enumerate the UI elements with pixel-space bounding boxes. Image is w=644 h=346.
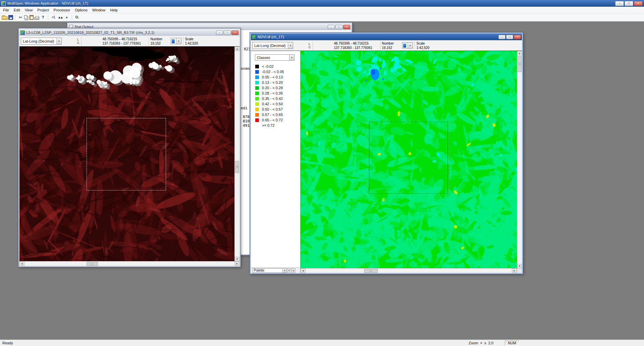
close-button[interactable]: ×	[514, 35, 521, 39]
app-titlebar[interactable]: MultiSpec Windows Application - NDVI.tif…	[0, 0, 644, 7]
horizontal-scrollbar[interactable]: ◄ ►	[301, 268, 517, 273]
vertical-scrollbar[interactable]: ▲ ▼	[234, 47, 239, 261]
zoom-out-icon[interactable]: ▲	[64, 14, 70, 20]
legend-class-row[interactable]: 0.50 - < 0.57	[255, 107, 300, 112]
legend-class-row[interactable]: 0.20 - < 0.28	[255, 85, 300, 91]
chevron-down-icon: ▼	[408, 43, 413, 48]
num-lock-indicator: NUM	[505, 341, 519, 346]
scroll-left-icon[interactable]: ◄	[301, 269, 306, 273]
menu-item-project[interactable]: Project	[35, 7, 51, 13]
legend-class-row[interactable]: 0.05 - < 0.13	[255, 74, 300, 80]
legend-class-row[interactable]: 0.35 - < 0.42	[255, 96, 300, 101]
class-range-label: -0.02 - < 0.05	[262, 70, 284, 74]
vertical-scrollbar[interactable]: ▲ ▼	[517, 51, 522, 268]
toolbar: ✂?×1▲▲▲O.	[0, 13, 644, 21]
output-text-fragment: osmo	[241, 66, 250, 71]
zoom-x1-icon[interactable]: ×1	[50, 14, 56, 20]
ndvi-image-canvas[interactable]	[301, 51, 517, 268]
legend-class-row[interactable]: < -0.02	[255, 64, 300, 69]
class-range-label: 0.35 - < 0.42	[262, 97, 283, 101]
legend-class-row[interactable]: 0.57 - < 0.65	[255, 112, 300, 117]
close-button[interactable]: ×	[343, 25, 350, 29]
help-icon[interactable]: ?	[40, 14, 46, 20]
menu-item-processor[interactable]: Processor	[51, 7, 73, 13]
coordinate-bar: Lat-Long (Decimal) ▼ LC 48.750395 - 48.7…	[251, 40, 522, 51]
legend-spin-up-icon[interactable]: ▴	[291, 268, 296, 273]
legend-class-row[interactable]: 0.42 - < 0.50	[255, 101, 300, 107]
palette-value: Palette	[254, 269, 264, 272]
chevron-down-icon: ▼	[282, 269, 286, 273]
menu-item-file[interactable]: File	[1, 7, 11, 13]
class-range-label: 0.65 - < 0.72	[262, 118, 283, 122]
toolbar-separator	[48, 15, 48, 20]
scrollbar-thumb[interactable]	[364, 269, 378, 273]
close-button[interactable]: ×	[231, 31, 238, 35]
scrollbar-thumb[interactable]	[518, 56, 522, 72]
class-color-swatch	[255, 75, 259, 79]
image-window-right: NDVI.tif (ch_1T) – □ × Lat-Long (Decimal…	[250, 33, 523, 274]
close-button[interactable]: ×	[634, 1, 643, 6]
window-titlebar[interactable]: L3-LC08_L2SP_111026_20210818_20210827_02…	[19, 29, 239, 36]
maximize-button[interactable]: □	[506, 35, 513, 39]
scrollbar-thumb[interactable]	[235, 161, 239, 173]
coordinate-bar: Lat-Long (Decimal) ▼ LC 48.750395 - 48.7…	[19, 36, 239, 47]
horizontal-scrollbar[interactable]: ◄ ►	[19, 261, 239, 266]
class-color-swatch	[255, 92, 259, 95]
scroll-left-icon[interactable]: ◄	[19, 262, 24, 266]
menu-item-options[interactable]: Options	[72, 7, 90, 13]
scroll-right-icon[interactable]: ►	[234, 262, 239, 266]
coordinate-units-value: Lat-Long (Decimal)	[254, 44, 286, 48]
menu-item-view[interactable]: View	[22, 7, 35, 13]
scroll-right-icon[interactable]: ►	[512, 269, 517, 273]
scale-readout: Scale 1:42,520	[185, 37, 205, 46]
toolbar-separator	[72, 15, 72, 20]
save-icon[interactable]	[8, 15, 13, 20]
print-icon[interactable]	[34, 17, 39, 20]
zoom-indicator-dropdown[interactable]: ▼	[171, 38, 181, 44]
legend-class-row[interactable]: 0.28 - < 0.35	[255, 91, 300, 96]
maximize-button[interactable]: □	[625, 1, 633, 6]
class-color-swatch	[255, 102, 259, 106]
legend-type-dropdown[interactable]: Classes ▼	[255, 54, 294, 61]
multispec-app: MultiSpec Windows Application - NDVI.tif…	[0, 0, 644, 346]
menu-item-window[interactable]: Window	[90, 7, 108, 13]
scroll-down-icon[interactable]: ▼	[517, 264, 522, 268]
scroll-down-icon[interactable]: ▼	[235, 257, 239, 261]
minimize-button[interactable]: –	[498, 35, 505, 39]
menu-item-help[interactable]: Help	[108, 7, 120, 13]
minimize-button[interactable]: –	[615, 1, 624, 6]
coordinate-units-dropdown[interactable]: Lat-Long (Decimal) ▼	[21, 38, 62, 45]
legend-class-row[interactable]: 0.13 - < 0.20	[255, 80, 300, 85]
class-color-swatch	[255, 86, 259, 90]
palette-dropdown[interactable]: Palette ▼	[253, 268, 287, 273]
zoom-indicator-dropdown[interactable]: ▼	[402, 42, 413, 49]
minimize-button[interactable]: –	[328, 25, 335, 29]
maximize-button[interactable]: □	[224, 31, 231, 35]
scroll-up-icon[interactable]: ▲	[517, 51, 522, 55]
scroll-up-icon[interactable]: ▲	[235, 47, 239, 51]
overlay-icon[interactable]: O.	[74, 14, 80, 20]
menu-item-edit[interactable]: Edit	[11, 7, 22, 13]
legend-class-row[interactable]: 0.65 - < 0.72	[255, 117, 300, 123]
minimize-button[interactable]: –	[216, 31, 223, 35]
legend-class-row[interactable]: >= 0.72	[255, 123, 300, 128]
satellite-image-canvas[interactable]	[19, 47, 234, 261]
legend-spin-down-icon[interactable]: ▾	[287, 268, 291, 273]
output-text-fragment: 878	[243, 115, 250, 119]
cut-icon[interactable]: ✂	[17, 14, 23, 20]
app-title: MultiSpec Windows Application - NDVI.tif…	[7, 1, 88, 5]
window-titlebar[interactable]: NDVI.tif (ch_1T) – □ ×	[251, 34, 522, 40]
window-title: L3-LC08_L2SP_111026_20210818_20210827_02…	[26, 31, 154, 35]
paste-icon[interactable]	[30, 15, 34, 20]
coordinate-units-dropdown[interactable]: Lat-Long (Decimal) ▼	[252, 42, 293, 49]
copy-icon[interactable]	[24, 15, 27, 19]
chevron-down-icon: ▼	[289, 55, 294, 60]
zoom-in-icon[interactable]: ▲▲	[57, 14, 63, 20]
coordinate-readout: 48.750395 - 48.716215 137.718393 - 137.7…	[103, 37, 147, 46]
zoom-chip-icon	[172, 39, 175, 43]
open-icon[interactable]	[2, 16, 8, 20]
chevron-down-icon: ▼	[288, 42, 293, 49]
maximize-button[interactable]: □	[335, 25, 342, 29]
legend-class-row[interactable]: -0.02 - < 0.05	[255, 69, 300, 74]
scrollbar-thumb[interactable]	[87, 262, 98, 266]
